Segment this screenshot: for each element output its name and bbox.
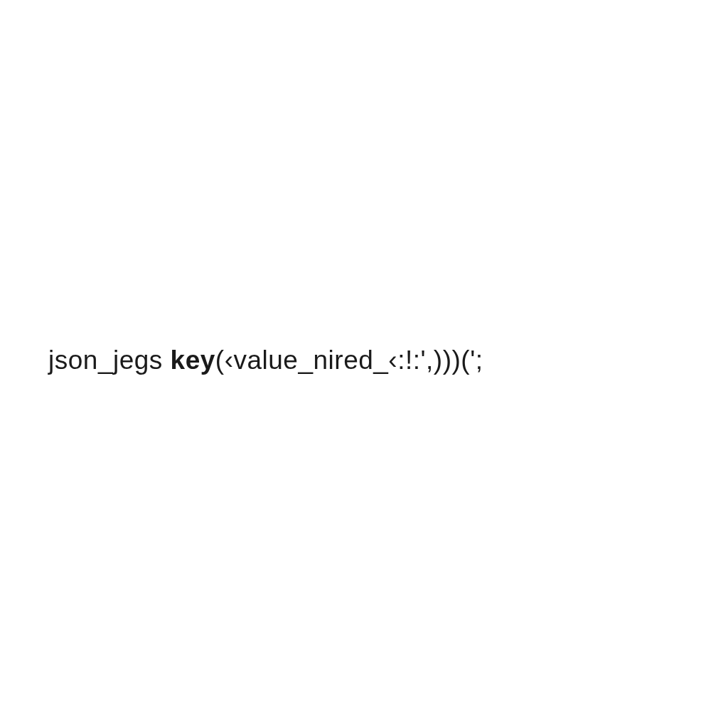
code-part-3: (‹value_nired_‹:!:',)))('; <box>215 346 483 375</box>
code-part-1: json_jegs <box>48 346 171 375</box>
code-text-line: json_jegs key(‹value_nired_‹:!:',)))('; <box>0 345 483 376</box>
code-part-2: key <box>171 346 215 375</box>
